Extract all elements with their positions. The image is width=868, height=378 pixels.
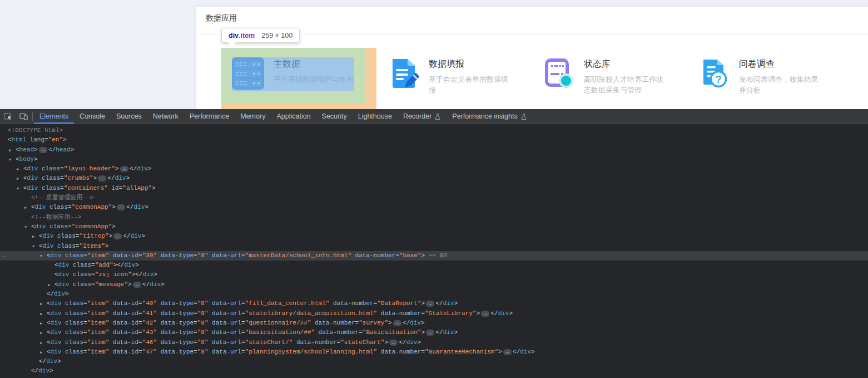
collapsed-content-icon[interactable]: … bbox=[481, 311, 489, 317]
dom-node[interactable]: ▼<div class="items"> bbox=[0, 242, 868, 251]
expand-arrow-icon[interactable]: ▶ bbox=[40, 328, 42, 338]
dom-node[interactable]: ▶<div class="crumbs">…</div> bbox=[0, 174, 868, 183]
code-segment: = bbox=[138, 348, 142, 355]
dom-node[interactable]: ▶<div class="item" data-id="46" data-typ… bbox=[0, 338, 868, 347]
dom-node[interactable]: ▶<div class="item" data-id="41" data-typ… bbox=[0, 309, 868, 318]
collapse-arrow-icon[interactable]: ▼ bbox=[32, 242, 34, 252]
app-card-1[interactable]: 主数据平台基础数据维护与查询 bbox=[221, 48, 365, 104]
code-segment: < bbox=[31, 204, 35, 210]
code-segment: </ bbox=[142, 281, 150, 288]
code-segment: < bbox=[47, 300, 51, 307]
server-icon bbox=[232, 57, 264, 90]
code-segment: div bbox=[150, 281, 161, 288]
dom-node[interactable]: ▶<div class="message">…</div> bbox=[0, 280, 868, 289]
devtools-tab-memory[interactable]: Memory bbox=[235, 109, 271, 124]
collapsed-content-icon[interactable]: … bbox=[389, 340, 398, 346]
collapse-arrow-icon[interactable]: ▼ bbox=[24, 223, 27, 232]
code-segment: div bbox=[58, 271, 70, 278]
dom-node[interactable]: ▶<div class="titTop">…</div> bbox=[0, 232, 868, 241]
dom-node[interactable]: </div> bbox=[0, 289, 868, 299]
devtools-tab-application[interactable]: Application bbox=[271, 109, 316, 124]
code-segment: "item" bbox=[87, 252, 110, 259]
collapsed-content-icon[interactable]: … bbox=[113, 233, 122, 239]
code-segment: class bbox=[46, 204, 68, 210]
expand-arrow-icon[interactable]: ▶ bbox=[48, 281, 50, 290]
expand-arrow-icon[interactable]: ▶ bbox=[40, 319, 42, 328]
collapsed-content-icon[interactable]: … bbox=[98, 175, 106, 181]
dom-node[interactable]: <!DOCTYPE html> bbox=[0, 126, 868, 135]
devtools-tab-security[interactable]: Security bbox=[316, 109, 353, 124]
expand-arrow-icon[interactable]: ▶ bbox=[24, 203, 27, 213]
dom-node[interactable]: <div class="zsj icon"></div> bbox=[0, 270, 868, 279]
code-segment: < bbox=[54, 281, 58, 288]
code-segment: "base" bbox=[399, 252, 421, 259]
device-toolbar-icon[interactable] bbox=[16, 109, 31, 124]
expand-arrow-icon[interactable]: ▶ bbox=[40, 348, 42, 357]
expand-arrow-icon[interactable]: ▶ bbox=[17, 174, 19, 184]
collapse-arrow-icon[interactable]: ▼ bbox=[17, 184, 19, 194]
collapsed-content-icon[interactable]: … bbox=[39, 147, 47, 153]
code-segment: = bbox=[194, 310, 197, 317]
dom-node[interactable]: ▶<div class="commonApp">…</div> bbox=[0, 203, 868, 212]
dom-node[interactable]: ▶<div class="layui-header">…</div> bbox=[0, 164, 868, 174]
code-segment: div bbox=[51, 329, 62, 336]
collapsed-content-icon[interactable]: … bbox=[117, 204, 125, 210]
code-segment: class bbox=[69, 271, 91, 278]
code-segment: "basicsituation/##" bbox=[245, 329, 315, 336]
expand-arrow-icon[interactable]: ▶ bbox=[40, 300, 42, 309]
tab-label: Network bbox=[153, 112, 178, 120]
dom-node[interactable]: <div class="add"></div> bbox=[0, 261, 868, 270]
code-segment: </ bbox=[435, 300, 443, 307]
dom-node[interactable]: ▶<head>…</head> bbox=[0, 145, 868, 155]
code-segment: div bbox=[58, 262, 70, 268]
expand-arrow-icon[interactable]: ▶ bbox=[40, 310, 42, 319]
app-card-2[interactable]: 数据填报基于自定义表单的数据填报 bbox=[376, 48, 520, 104]
dom-node[interactable]: <!--数据应用--> bbox=[0, 213, 868, 222]
dom-node[interactable]: ▶<div class="item" data-id="42" data-typ… bbox=[0, 318, 868, 328]
inspect-icon[interactable] bbox=[0, 109, 16, 124]
node-menu-dots[interactable]: … bbox=[3, 251, 7, 261]
collapse-arrow-icon[interactable]: ▼ bbox=[40, 252, 42, 261]
dom-node-selected[interactable]: …▼<div class="item" data-id="39" data-ty… bbox=[0, 251, 868, 261]
code-segment: = bbox=[138, 329, 142, 336]
expand-arrow-icon[interactable]: ▶ bbox=[32, 232, 34, 242]
devtools-tab-sources[interactable]: Sources bbox=[111, 109, 147, 124]
app-card-4[interactable]: ?问卷调查发布问卷调查，收集结果并分析 bbox=[687, 48, 831, 104]
tooltip-selector-tag: div bbox=[229, 32, 239, 40]
expand-arrow-icon[interactable]: ▶ bbox=[17, 165, 19, 174]
collapsed-content-icon[interactable]: … bbox=[120, 166, 128, 172]
devtools-tab-performance-insights[interactable]: Performance insights bbox=[447, 109, 532, 124]
devtools-tab-console[interactable]: Console bbox=[74, 109, 111, 124]
code-segment: > bbox=[421, 329, 425, 336]
devtools-tab-elements[interactable]: Elements bbox=[34, 109, 74, 124]
code-segment: </ bbox=[490, 310, 498, 317]
collapsed-content-icon[interactable]: … bbox=[393, 320, 401, 326]
dom-node[interactable]: <html lang="en"> bbox=[0, 135, 868, 145]
collapsed-content-icon[interactable]: … bbox=[426, 301, 434, 307]
devtools-tab-network[interactable]: Network bbox=[147, 109, 184, 124]
code-segment: </ bbox=[130, 165, 137, 172]
dom-node[interactable]: ▼<div class="commonApp"> bbox=[0, 222, 868, 232]
tab-label: Recorder bbox=[403, 112, 431, 120]
dom-node[interactable]: ▶<div class="item" data-id="43" data-typ… bbox=[0, 328, 868, 337]
dom-node[interactable]: ▼<div class="containers" id="allApp"> bbox=[0, 184, 868, 193]
devtools-tab-performance[interactable]: Performance bbox=[184, 109, 235, 124]
code-segment: </ bbox=[47, 291, 54, 297]
dom-node[interactable]: <!--质量管理应用--> bbox=[0, 193, 868, 203]
dom-node[interactable]: ▼<body> bbox=[0, 155, 868, 164]
dom-node[interactable]: ▶<div class="item" data-id="47" data-typ… bbox=[0, 347, 868, 357]
expand-arrow-icon[interactable]: ▶ bbox=[40, 338, 42, 348]
dom-node[interactable]: ▶<div class="item" data-id="40" data-typ… bbox=[0, 299, 868, 308]
app-card-3[interactable]: 状态库高职院校人才培养工作状态数据采集与管理 bbox=[532, 48, 676, 104]
dom-node[interactable]: </div> bbox=[0, 366, 868, 376]
code-segment: = bbox=[68, 223, 72, 230]
collapsed-content-icon[interactable]: … bbox=[133, 282, 141, 288]
devtools-tab-lighthouse[interactable]: Lighthouse bbox=[353, 109, 398, 124]
collapse-arrow-icon[interactable]: ▼ bbox=[9, 155, 11, 165]
collapsed-content-icon[interactable]: … bbox=[503, 349, 512, 355]
devtools-tab-recorder[interactable]: Recorder bbox=[398, 109, 447, 124]
code-segment: class bbox=[69, 262, 91, 268]
expand-arrow-icon[interactable]: ▶ bbox=[9, 146, 11, 155]
dom-node[interactable]: </div> bbox=[0, 357, 868, 366]
collapsed-content-icon[interactable]: … bbox=[426, 330, 434, 336]
